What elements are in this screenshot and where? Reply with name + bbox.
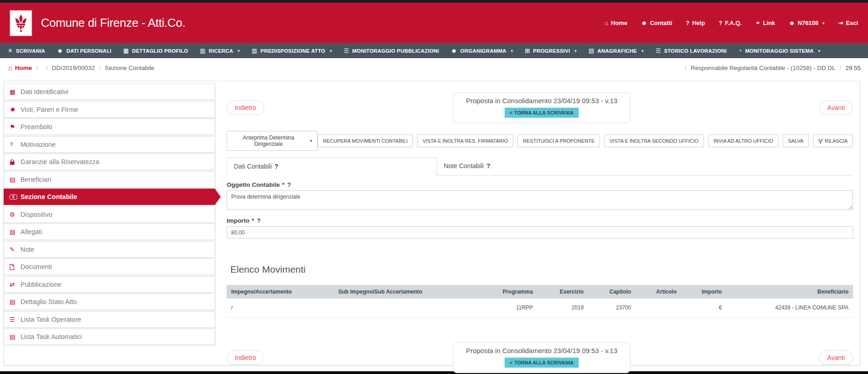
header-link-n76108[interactable]: ☻N76108▾ bbox=[789, 20, 825, 26]
header-link-label: Esci bbox=[846, 20, 858, 26]
users-icon: ☻ bbox=[641, 20, 647, 26]
home-icon: ⌂ bbox=[605, 20, 608, 26]
sidebar-item-documenti[interactable]: Documenti bbox=[4, 259, 215, 275]
sidebar-item-label: Lista Task Operatore bbox=[20, 316, 81, 323]
link-icon: ⚭ bbox=[755, 20, 760, 26]
caret-down-icon: ▾ bbox=[818, 49, 820, 53]
caret-down-icon: ▾ bbox=[575, 49, 577, 53]
sidebar-item-lista-task-operatore[interactable]: ☰Lista Task Operatore bbox=[4, 311, 215, 328]
sidebar-item-sezione-contabile[interactable]: €Sezione Contabile bbox=[4, 189, 215, 205]
status-banner: Proposta in Consolidamento 23/04/19 09:5… bbox=[453, 342, 630, 373]
header-link-label: Help bbox=[692, 20, 705, 26]
menu-item-scrivania[interactable]: ✳SCRIVANIA bbox=[2, 43, 51, 58]
tab-dati-contabili[interactable]: Dati Contabili? bbox=[227, 157, 437, 176]
torna-alla-scrivania-label: TORNA ALLA SCRIVANIA bbox=[514, 360, 574, 365]
menu-item-monitoraggio-pubblicazioni[interactable]: ☰MONITORAGGIO PUBBLICAZIONI bbox=[338, 43, 445, 58]
sidebar-item-label: Documenti bbox=[20, 263, 52, 270]
header-link-label: F.A.Q. bbox=[725, 20, 742, 26]
header-link-esci[interactable]: ⇥Esci bbox=[838, 20, 858, 26]
menu-item-monitoraggio-sistema[interactable]: ◔MONITORAGGIO SISTEMA▾ bbox=[733, 43, 827, 58]
movimenti-table-header: Impegno/AccertamentoSub Impegno/Sub Acce… bbox=[227, 285, 853, 299]
breadcrumb-item-sezione: Sezione Contabile bbox=[104, 65, 154, 71]
action-label: SALVA bbox=[788, 138, 804, 144]
sidebar-item-dettaglio-stato-atto[interactable]: ▤Dettaglio Stato Atto bbox=[4, 294, 215, 310]
comment-icon: ✎ bbox=[10, 246, 20, 253]
anteprima-dropdown-label: Anteprima Determina Dirigenziale bbox=[232, 135, 305, 147]
column-header-esercizio: Esercizio bbox=[537, 285, 588, 299]
torna-alla-scrivania-button[interactable]: <TORNA ALLA SCRIVANIA bbox=[505, 358, 579, 368]
question-icon: ? bbox=[10, 141, 20, 148]
oggetto-contabile-label: Oggetto Contabile*? bbox=[227, 181, 853, 188]
list-alt-icon: ▤ bbox=[10, 298, 20, 305]
tab-note-contabili[interactable]: Note Contabili? bbox=[437, 157, 647, 175]
action-salva[interactable]: SALVA bbox=[783, 135, 809, 147]
lock-icon bbox=[10, 159, 20, 165]
required-mark: * bbox=[282, 181, 284, 188]
header-link-label: Home bbox=[611, 20, 627, 26]
oggetto-contabile-textarea[interactable]: Prova determina dirigenziale bbox=[227, 190, 853, 210]
next-button[interactable]: Avanti bbox=[819, 100, 853, 115]
sidebar-item-motivazione[interactable]: ?Motivazione bbox=[4, 136, 215, 153]
menu-item-label: RICERCA bbox=[209, 48, 233, 54]
next-button[interactable]: Avanti bbox=[819, 350, 853, 365]
breadcrumb-home-link[interactable]: ⌂ Home bbox=[8, 64, 32, 72]
menu-item-organigramma[interactable]: ☻ORGANIGRAMMA▾ bbox=[445, 43, 519, 58]
action-recupera-movimenti-contabili[interactable]: RECUPERA MOVIMENTI CONTABILI bbox=[317, 135, 413, 147]
action-invia-ad-altro-ufficio[interactable]: INVIA AD ALTRO UFFICIO bbox=[708, 135, 779, 147]
sidebar-item-label: Lista Task Automatici bbox=[20, 333, 82, 340]
action-restituisci-a-proponente[interactable]: RESTITUISCI A PROPONENTE bbox=[517, 135, 600, 147]
menu-item-ricerca[interactable]: ▥RICERCA▾ bbox=[194, 43, 246, 58]
back-button[interactable]: Indietro bbox=[227, 100, 264, 115]
breadcrumb-item-atto[interactable]: DD/2019/00032 bbox=[52, 65, 95, 71]
action-vista-e-inoltra-res-firmatario[interactable]: VISTA E INOLTRA RES. FIRMATARIO bbox=[417, 135, 513, 147]
importo-input[interactable] bbox=[227, 226, 853, 239]
status-text: Proposta in Consolidamento 23/04/19 09:5… bbox=[466, 97, 617, 105]
sidebar-item-label: Sezione Contabile bbox=[20, 193, 77, 200]
header-link-home[interactable]: ⌂Home bbox=[605, 20, 627, 26]
signout-icon: ⇥ bbox=[838, 20, 843, 26]
menu-item-dati-personali[interactable]: ☻DATI PERSONALI bbox=[51, 43, 117, 58]
sidebar-item-allegati[interactable]: ▤Allegati bbox=[4, 224, 215, 240]
sidebar-item-pubblicazione[interactable]: ⇄Pubblicazione bbox=[4, 276, 215, 293]
menu-item-predisposizione-atto[interactable]: ▥PREDISPOSIZIONE ATTO▾ bbox=[246, 43, 338, 58]
header-link-contatti[interactable]: ☻Contatti bbox=[641, 20, 672, 26]
sidebar-item-dispositivo[interactable]: ⚙Dispositivo bbox=[4, 206, 215, 223]
gear-icon: ⚙ bbox=[10, 211, 20, 218]
sidebar-item-preambolo[interactable]: ⚑Preambolo bbox=[4, 119, 215, 135]
back-button[interactable]: Indietro bbox=[227, 350, 264, 365]
menu-item-dettaglio-profilo[interactable]: ▦DETTAGLIO PROFILO bbox=[117, 43, 194, 58]
sidebar-item-visti-pareri-e-firme[interactable]: ☻Visti, Pareri e Firme bbox=[4, 101, 215, 118]
menu-item-label: PREDISPOSIZIONE ATTO bbox=[261, 48, 325, 54]
importo-label: Importo*? bbox=[227, 217, 853, 224]
menu-item-storico-lavorazioni[interactable]: ☰STORICO LAVORAZIONI bbox=[650, 43, 732, 58]
book-icon: ▥ bbox=[252, 47, 257, 54]
anteprima-dropdown[interactable]: Anteprima Determina Dirigenziale▾ bbox=[227, 131, 317, 151]
breadcrumb-separator: / bbox=[839, 65, 841, 71]
sidebar-item-dati-identificativi[interactable]: ▦Dati Identificativi bbox=[4, 84, 215, 100]
user-icon: ☻ bbox=[57, 47, 63, 54]
menu-item-progressivi[interactable]: ⊞PROGRESSIVI▾ bbox=[519, 43, 582, 58]
column-header-sub-impegno-sub-accertamento: Sub Impegno/Sub Accertamento bbox=[334, 285, 477, 299]
sidebar-item-note[interactable]: ✎Note bbox=[4, 241, 215, 258]
header-link-f-a-q[interactable]: ?F.A.Q. bbox=[719, 20, 742, 26]
breadcrumb: ⌂ Home / / DD/2019/00032 / Sezione Conta… bbox=[0, 58, 868, 77]
header-link-link[interactable]: ⚭Link bbox=[755, 20, 775, 26]
cell-sub-impegno-sub-accertamento bbox=[334, 299, 477, 318]
menu-item-anagrafiche[interactable]: ▤ANAGRAFICHE▾ bbox=[583, 43, 650, 58]
sidebar-item-label: Note bbox=[20, 246, 35, 253]
sidebar-item-label: Visti, Pareri e Firme bbox=[20, 106, 78, 113]
column-header-importo: Importo bbox=[681, 285, 726, 299]
action-rilascia[interactable]: RILASCIA bbox=[813, 135, 853, 147]
sidebar-item-garanzie-alla-riservatezza[interactable]: Garanzie alla Riservatezza bbox=[4, 154, 215, 170]
sidebar-item-beneficiari[interactable]: ▤Beneficiari bbox=[4, 171, 215, 188]
sidebar-item-lista-task-automatici[interactable]: ▤Lista Task Automatici bbox=[4, 329, 215, 345]
header-link-help[interactable]: ?Help bbox=[686, 20, 705, 26]
breadcrumb-separator: / bbox=[46, 65, 48, 71]
user-icon: ☻ bbox=[789, 20, 795, 26]
action-vista-e-inoltra-secondo-ufficio[interactable]: VISTA E INOLTRA SECONDO UFFICIO bbox=[604, 135, 704, 147]
fleur-de-lis-icon bbox=[14, 14, 28, 32]
torna-alla-scrivania-button[interactable]: <TORNA ALLA SCRIVANIA bbox=[505, 108, 579, 118]
header-link-label: Contatti bbox=[650, 20, 672, 26]
sidebar-item-label: Preambolo bbox=[20, 123, 52, 130]
table-row[interactable]: /11RPP201923700€42439 - LINEA COMUNE SPA bbox=[227, 299, 853, 318]
